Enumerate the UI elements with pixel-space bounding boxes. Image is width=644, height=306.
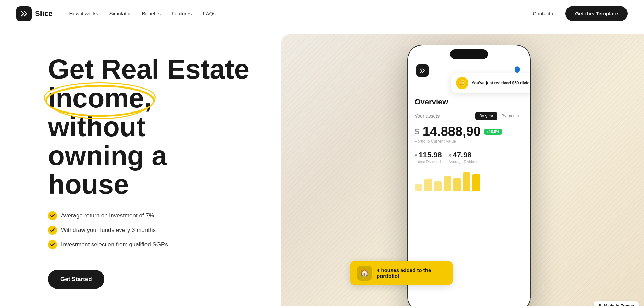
bar-7 bbox=[472, 174, 480, 191]
dividend-notification: 🪙 You've just received $50 dividends! bbox=[451, 73, 530, 93]
latest-dividend: $115.98 Latest Dividend bbox=[415, 151, 442, 164]
bar-5 bbox=[453, 178, 461, 191]
house-icon: 🏠 bbox=[357, 266, 372, 281]
portfolio-label: Portfolio Current Value bbox=[415, 139, 523, 144]
checklist-text-1: Average return on investment of 7% bbox=[61, 212, 154, 219]
portfolio-currency: $ bbox=[415, 127, 419, 137]
get-template-button[interactable]: Get this Template bbox=[565, 6, 628, 21]
navigation: Slice How it works Simulator Benefits Fe… bbox=[0, 0, 644, 27]
latest-div-currency: $ bbox=[415, 153, 418, 158]
checklist-item-1: Average return on investment of 7% bbox=[48, 211, 254, 220]
hero-right: 👤 🪙 You've just received $50 dividends! … bbox=[281, 34, 644, 306]
bar-3 bbox=[434, 181, 442, 191]
portfolio-value-display: $ 14.888,90 +15,5% bbox=[415, 124, 523, 139]
latest-div-value: 115.98 bbox=[419, 151, 442, 159]
bar-2 bbox=[424, 179, 432, 191]
nav-left: Slice How it works Simulator Benefits Fe… bbox=[16, 6, 216, 21]
tab-group: By year By month bbox=[475, 112, 523, 120]
assets-label: Your assets bbox=[415, 113, 440, 119]
avg-div-value: 47.98 bbox=[453, 151, 471, 159]
nav-link-benefits[interactable]: Benefits bbox=[142, 11, 161, 16]
headline-line1: Get Real Estate bbox=[48, 54, 249, 84]
bar-chart bbox=[415, 170, 523, 191]
checkmark-icon bbox=[50, 213, 55, 218]
hero-headline: Get Real Estate income, without owning a… bbox=[48, 55, 254, 199]
portfolio-badge: +15,5% bbox=[484, 129, 502, 135]
checkmark-icon-2 bbox=[50, 228, 55, 233]
check-icon-1 bbox=[48, 211, 57, 220]
checklist-item-3: Investment selection from qualified SGRs bbox=[48, 240, 254, 249]
portfolio-amount: 14.888,90 bbox=[423, 124, 481, 139]
avg-div-currency: $ bbox=[449, 153, 452, 158]
bar-4 bbox=[444, 176, 451, 191]
nav-link-simulator[interactable]: Simulator bbox=[109, 11, 131, 16]
houses-notification: 🏠 4 houses added to the portfolio! bbox=[350, 261, 453, 285]
headline-line4: owning a house bbox=[48, 140, 167, 200]
phone-app-logo bbox=[416, 64, 429, 77]
get-started-button[interactable]: Get Started bbox=[48, 270, 104, 289]
nav-link-features[interactable]: Features bbox=[172, 11, 192, 16]
headline-income-text: income, bbox=[48, 83, 152, 113]
assets-header: Your assets By year By month bbox=[415, 112, 523, 120]
bar-6 bbox=[463, 172, 470, 191]
logo-chevrons-icon bbox=[20, 10, 28, 18]
check-icon-3 bbox=[48, 240, 57, 249]
framer-badge-text: Made in Framer bbox=[604, 304, 634, 306]
hero-section: Get Real Estate income, without owning a… bbox=[0, 27, 644, 306]
bar-1 bbox=[415, 184, 422, 191]
checklist-text-2: Withdraw your funds every 3 months bbox=[61, 227, 156, 234]
avg-dividend-amount: $47.98 bbox=[449, 151, 479, 160]
nav-right: Contact us Get this Template bbox=[533, 6, 628, 21]
checkmark-icon-3 bbox=[50, 242, 55, 247]
framer-badge: ❚ Made in Framer bbox=[594, 301, 639, 306]
hero-checklist: Average return on investment of 7% Withd… bbox=[48, 211, 254, 255]
logo[interactable]: Slice bbox=[16, 6, 52, 21]
checklist-item-2: Withdraw your funds every 3 months bbox=[48, 226, 254, 235]
tab-by-year[interactable]: By year bbox=[475, 112, 497, 120]
avg-dividend: $47.98 Average Dividend bbox=[449, 151, 479, 164]
avg-dividend-label: Average Dividend bbox=[449, 160, 479, 164]
headline-line2: income, bbox=[48, 84, 152, 113]
checklist-text-3: Investment selection from qualified SGRs bbox=[61, 241, 168, 248]
phone-notch bbox=[450, 49, 488, 59]
framer-logo-icon: ❚ bbox=[598, 303, 602, 306]
hero-left: Get Real Estate income, without owning a… bbox=[0, 27, 281, 306]
notif-coin-icon: 🪙 bbox=[456, 77, 468, 89]
latest-dividend-label: Latest Dividend bbox=[415, 160, 442, 164]
dividends-row: $115.98 Latest Dividend $47.98 Average D… bbox=[415, 151, 523, 164]
notif-dividend-text: You've just received $50 dividends! bbox=[472, 81, 530, 85]
nav-link-how-it-works[interactable]: How it works bbox=[69, 11, 98, 16]
latest-dividend-amount: $115.98 bbox=[415, 151, 442, 160]
nav-links: How it works Simulator Benefits Features… bbox=[69, 11, 215, 16]
contact-link[interactable]: Contact us bbox=[533, 11, 558, 16]
logo-name: Slice bbox=[35, 9, 52, 18]
phone-logo-icon bbox=[419, 68, 425, 74]
check-icon-2 bbox=[48, 226, 57, 235]
nav-link-faqs[interactable]: FAQs bbox=[203, 11, 216, 16]
tab-by-month[interactable]: By month bbox=[497, 112, 523, 120]
logo-icon bbox=[16, 6, 32, 21]
houses-notification-text: 4 houses added to the portfolio! bbox=[377, 267, 446, 279]
overview-title: Overview bbox=[415, 97, 523, 106]
headline-line3: without bbox=[48, 111, 145, 142]
